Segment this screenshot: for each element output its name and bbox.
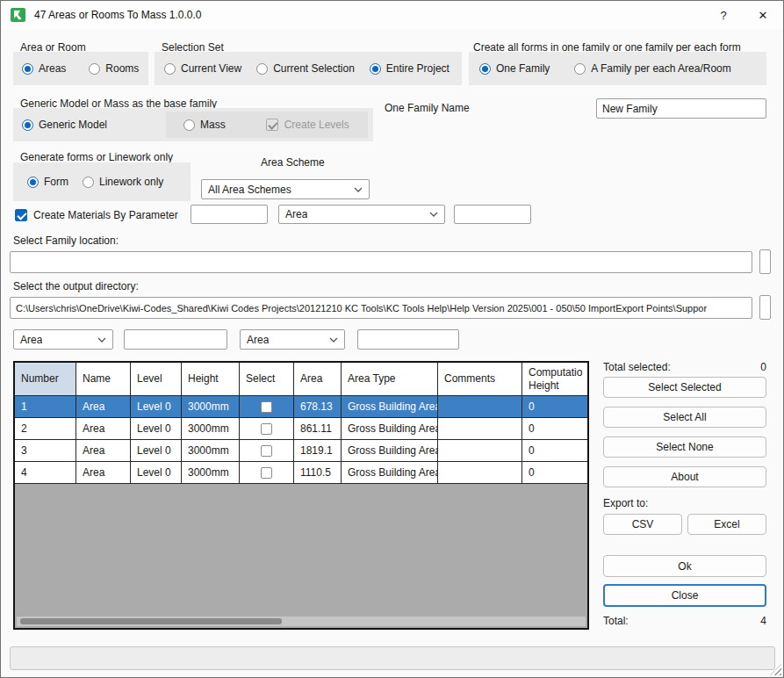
one-family-name-label: One Family Name <box>385 102 470 114</box>
radio-linework-only-label: Linework only <box>99 176 163 188</box>
cell-level: Level 0 <box>131 418 182 440</box>
radio-family-per-each[interactable]: A Family per each Area/Room <box>574 62 730 75</box>
cell-height: 3000mm <box>182 462 240 484</box>
title-bar: 47 Areas or Rooms To Mass 1.0.0.0 ? ✕ <box>1 1 783 29</box>
radio-linework-only[interactable]: Linework only <box>83 176 163 188</box>
cell-computation-height: 0 <box>522 440 587 462</box>
materials-dropdown[interactable]: Area <box>278 205 445 224</box>
radio-linework-only-icon <box>83 177 94 188</box>
column-header-area-type[interactable]: Area Type <box>342 363 438 396</box>
row-select-checkbox[interactable] <box>261 445 272 457</box>
table-row[interactable]: 4 Area Level 0 3000mm 1110.5 Gross Build… <box>15 462 587 484</box>
radio-areas[interactable]: Areas <box>22 62 66 75</box>
close-window-button[interactable]: ✕ <box>747 5 779 25</box>
cell-area-type: Gross Building Area <box>342 462 438 484</box>
about-button[interactable]: About <box>603 466 766 487</box>
select-none-button[interactable]: Select None <box>603 436 766 458</box>
filter-dropdown-2[interactable]: Area <box>240 329 345 350</box>
output-directory-input[interactable] <box>10 297 752 319</box>
radio-current-selection[interactable]: Current Selection <box>256 62 355 75</box>
table-row[interactable]: 3 Area Level 0 3000mm 1819.1 Gross Build… <box>15 440 587 462</box>
column-header-comments[interactable]: Comments <box>438 363 522 396</box>
checkbox-create-materials-icon <box>15 209 27 221</box>
family-location-input[interactable] <box>10 251 752 273</box>
radio-generic-model-icon <box>22 119 33 131</box>
column-header-area[interactable]: Area <box>294 363 342 396</box>
radio-current-view[interactable]: Current View <box>164 62 241 75</box>
radio-current-view-icon <box>164 63 176 75</box>
window-title: 47 Areas or Rooms To Mass 1.0.0.0 <box>34 9 202 21</box>
chevron-down-icon <box>429 212 438 217</box>
area-scheme-dropdown[interactable]: All Area Schemes <box>201 179 370 199</box>
radio-rooms-label: Rooms <box>105 62 139 75</box>
cell-area: 861.11 <box>294 418 342 440</box>
materials-param2-input[interactable] <box>454 205 531 224</box>
radio-form[interactable]: Form <box>27 176 68 188</box>
cell-comments <box>438 462 522 484</box>
radio-areas-icon <box>22 63 33 75</box>
cell-number: 1 <box>15 396 76 418</box>
radio-one-family-label: One Family <box>496 62 550 75</box>
cell-comments <box>438 418 522 440</box>
output-directory-browse-button[interactable] <box>759 295 771 320</box>
radio-entire-project-icon <box>370 63 381 75</box>
close-button[interactable]: Close <box>603 584 766 607</box>
materials-param1-input[interactable] <box>191 205 268 224</box>
radio-form-icon <box>27 177 39 188</box>
help-button[interactable]: ? <box>708 5 739 25</box>
filter-input-1[interactable] <box>124 329 227 350</box>
cell-number: 2 <box>15 418 76 440</box>
radio-generic-model[interactable]: Generic Model <box>22 119 107 131</box>
radio-entire-project-label: Entire Project <box>386 62 450 75</box>
export-to-label: Export to: <box>603 497 648 509</box>
checkbox-create-levels-icon <box>266 119 278 131</box>
column-header-height[interactable]: Height <box>182 363 240 396</box>
cell-select <box>240 396 294 418</box>
cell-area: 1819.1 <box>294 440 342 462</box>
column-header-level[interactable]: Level <box>131 363 182 396</box>
radio-current-selection-icon <box>256 63 268 75</box>
row-select-checkbox[interactable] <box>261 401 272 413</box>
total-selected-row: Total selected: 0 <box>603 361 766 373</box>
cell-comments <box>438 440 522 462</box>
area-or-room-group: Areas Rooms <box>13 52 148 85</box>
radio-generic-model-label: Generic Model <box>39 119 107 131</box>
row-select-checkbox[interactable] <box>261 423 272 435</box>
select-all-button[interactable]: Select All <box>603 407 766 428</box>
select-selected-button[interactable]: Select Selected <box>603 377 766 398</box>
table-row[interactable]: 2 Area Level 0 3000mm 861.11 Gross Build… <box>15 418 587 440</box>
cell-name: Area <box>76 418 131 440</box>
radio-mass[interactable]: Mass <box>183 119 226 131</box>
radio-one-family[interactable]: One Family <box>479 62 550 75</box>
export-csv-button[interactable]: CSV <box>603 514 682 535</box>
column-header-number[interactable]: Number <box>15 363 76 396</box>
radio-entire-project[interactable]: Entire Project <box>370 62 450 75</box>
cell-name: Area <box>76 396 131 418</box>
export-excel-button[interactable]: Excel <box>687 514 766 535</box>
row-select-checkbox[interactable] <box>261 467 272 479</box>
mass-subgroup: Mass Create Levels <box>166 112 368 138</box>
checkbox-create-materials[interactable]: Create Materials By Parameter <box>15 209 178 221</box>
total-selected-label: Total selected: <box>603 361 671 373</box>
filter-input-2[interactable] <box>357 329 459 350</box>
column-header-name[interactable]: Name <box>76 363 131 396</box>
horizontal-scrollbar[interactable] <box>17 617 586 626</box>
column-header-select[interactable]: Select <box>240 363 294 396</box>
progress-bar <box>10 646 775 670</box>
one-family-name-input[interactable] <box>596 98 766 119</box>
filter-dropdown-1-value: Area <box>20 334 42 346</box>
horizontal-scrollbar-thumb[interactable] <box>20 618 282 624</box>
table-row[interactable]: 1 Area Level 0 3000mm 678.13 Gross Build… <box>15 396 587 418</box>
cell-level: Level 0 <box>131 396 182 418</box>
checkbox-create-materials-label: Create Materials By Parameter <box>33 209 178 221</box>
ok-button[interactable]: Ok <box>603 555 766 577</box>
filter-dropdown-1[interactable]: Area <box>13 329 113 350</box>
table-empty-area <box>15 484 587 628</box>
column-header-computation-height[interactable]: Computatio Height <box>522 363 587 396</box>
radio-rooms[interactable]: Rooms <box>89 62 139 75</box>
table-header-row: Number Name Level Height Select Area Are… <box>15 363 587 396</box>
chevron-down-icon <box>354 187 363 192</box>
cell-height: 3000mm <box>182 440 240 462</box>
family-location-browse-button[interactable] <box>759 249 771 274</box>
radio-one-family-icon <box>479 63 491 75</box>
